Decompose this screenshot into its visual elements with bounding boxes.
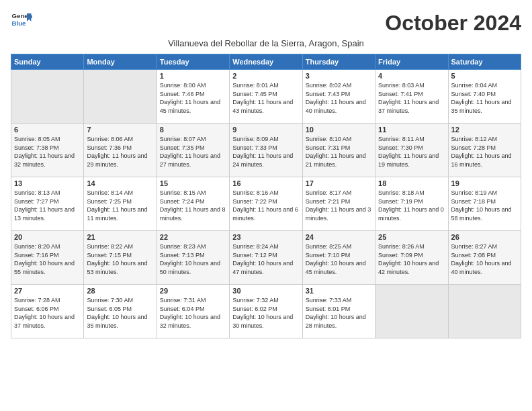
day-number: 28 [87,287,153,295]
day-info: Sunrise: 8:15 AMSunset: 7:24 PMDaylight:… [160,189,226,222]
day-number: 31 [306,287,372,295]
day-header-saturday: Saturday [448,54,521,70]
day-info: Sunrise: 8:01 AMSunset: 7:45 PMDaylight:… [232,81,299,115]
calendar-cell: 7Sunrise: 8:06 AMSunset: 7:36 PMDaylight… [84,124,157,177]
calendar-cell: 23Sunrise: 8:24 AMSunset: 7:12 PMDayligh… [230,231,302,285]
calendar-cell: 27Sunrise: 7:28 AMSunset: 6:06 PMDayligh… [11,285,84,338]
calendar-cell: 10Sunrise: 8:10 AMSunset: 7:31 PMDayligh… [302,124,375,177]
day-number: 16 [232,179,299,187]
calendar-cell: 4Sunrise: 8:03 AMSunset: 7:41 PMDaylight… [375,70,448,124]
day-info: Sunrise: 8:19 AMSunset: 7:18 PMDaylight:… [451,189,518,222]
day-info: Sunrise: 8:18 AMSunset: 7:19 PMDaylight:… [378,189,445,222]
day-number: 10 [306,126,372,134]
calendar-cell: 11Sunrise: 8:11 AMSunset: 7:30 PMDayligh… [375,124,448,177]
day-number: 1 [160,72,226,80]
day-info: Sunrise: 8:07 AMSunset: 7:35 PMDaylight:… [160,135,226,169]
calendar-cell: 6Sunrise: 8:05 AMSunset: 7:38 PMDaylight… [11,124,84,177]
day-info: Sunrise: 8:11 AMSunset: 7:30 PMDaylight:… [378,135,445,169]
day-info: Sunrise: 7:30 AMSunset: 6:05 PMDaylight:… [87,296,153,330]
day-info: Sunrise: 8:06 AMSunset: 7:36 PMDaylight:… [87,135,153,169]
calendar-cell: 28Sunrise: 7:30 AMSunset: 6:05 PMDayligh… [84,285,157,338]
day-info: Sunrise: 7:32 AMSunset: 6:02 PMDaylight:… [232,296,299,330]
calendar-cell: 24Sunrise: 8:25 AMSunset: 7:10 PMDayligh… [302,231,375,285]
day-info: Sunrise: 7:28 AMSunset: 6:06 PMDaylight:… [14,296,81,330]
subtitle: Villanueva del Rebollar de la Sierra, Ar… [11,38,521,48]
svg-marker-2 [27,13,31,21]
calendar-cell [375,285,448,338]
day-number: 30 [232,287,299,295]
calendar-cell: 25Sunrise: 8:26 AMSunset: 7:09 PMDayligh… [375,231,448,285]
day-header-friday: Friday [375,54,448,70]
calendar-cell: 26Sunrise: 8:27 AMSunset: 7:08 PMDayligh… [448,231,521,285]
day-info: Sunrise: 8:24 AMSunset: 7:12 PMDaylight:… [232,242,299,276]
day-info: Sunrise: 8:20 AMSunset: 7:16 PMDaylight:… [14,242,81,276]
day-info: Sunrise: 8:02 AMSunset: 7:43 PMDaylight:… [306,81,372,115]
day-number: 17 [306,179,372,187]
day-number: 21 [87,233,153,241]
calendar-cell: 21Sunrise: 8:22 AMSunset: 7:15 PMDayligh… [84,231,157,285]
day-info: Sunrise: 8:13 AMSunset: 7:27 PMDaylight:… [14,189,81,222]
day-info: Sunrise: 8:00 AMSunset: 7:46 PMDaylight:… [160,81,226,115]
day-info: Sunrise: 8:25 AMSunset: 7:10 PMDaylight:… [306,242,372,276]
calendar-cell: 17Sunrise: 8:17 AMSunset: 7:21 PMDayligh… [302,177,375,231]
logo: General Blue [11,11,32,30]
day-info: Sunrise: 8:22 AMSunset: 7:15 PMDaylight:… [87,242,153,276]
day-number: 4 [378,72,445,80]
day-number: 2 [232,72,299,80]
calendar-cell: 12Sunrise: 8:12 AMSunset: 7:28 PMDayligh… [448,124,521,177]
month-title: October 2024 [385,11,521,36]
calendar-cell: 3Sunrise: 8:02 AMSunset: 7:43 PMDaylight… [302,70,375,124]
calendar-cell: 18Sunrise: 8:18 AMSunset: 7:19 PMDayligh… [375,177,448,231]
day-header-thursday: Thursday [302,54,375,70]
day-number: 18 [378,179,445,187]
day-number: 11 [378,126,445,134]
day-number: 20 [14,233,81,241]
calendar-cell: 9Sunrise: 8:09 AMSunset: 7:33 PMDaylight… [230,124,302,177]
calendar-cell: 19Sunrise: 8:19 AMSunset: 7:18 PMDayligh… [448,177,521,231]
day-info: Sunrise: 8:17 AMSunset: 7:21 PMDaylight:… [306,189,372,222]
day-number: 13 [14,179,81,187]
day-header-monday: Monday [84,54,157,70]
day-number: 24 [306,233,372,241]
day-info: Sunrise: 8:26 AMSunset: 7:09 PMDaylight:… [378,242,445,276]
day-number: 22 [160,233,226,241]
day-number: 12 [451,126,518,134]
day-number: 25 [378,233,445,241]
day-number: 19 [451,179,518,187]
day-number: 9 [232,126,299,134]
calendar-cell: 22Sunrise: 8:23 AMSunset: 7:13 PMDayligh… [157,231,229,285]
day-info: Sunrise: 8:16 AMSunset: 7:22 PMDaylight:… [232,189,299,222]
day-number: 3 [306,72,372,80]
calendar-cell: 5Sunrise: 8:04 AMSunset: 7:40 PMDaylight… [448,70,521,124]
calendar-cell: 15Sunrise: 8:15 AMSunset: 7:24 PMDayligh… [157,177,229,231]
calendar-cell: 13Sunrise: 8:13 AMSunset: 7:27 PMDayligh… [11,177,84,231]
calendar-cell: 31Sunrise: 7:33 AMSunset: 6:01 PMDayligh… [302,285,375,338]
day-info: Sunrise: 8:27 AMSunset: 7:08 PMDaylight:… [451,242,518,276]
logo-icon: General Blue [11,11,32,30]
calendar-cell: 20Sunrise: 8:20 AMSunset: 7:16 PMDayligh… [11,231,84,285]
calendar-cell: 8Sunrise: 8:07 AMSunset: 7:35 PMDaylight… [157,124,229,177]
day-info: Sunrise: 8:10 AMSunset: 7:31 PMDaylight:… [306,135,372,169]
calendar-cell: 30Sunrise: 7:32 AMSunset: 6:02 PMDayligh… [230,285,302,338]
calendar-cell: 1Sunrise: 8:00 AMSunset: 7:46 PMDaylight… [157,70,229,124]
calendar-cell: 29Sunrise: 7:31 AMSunset: 6:04 PMDayligh… [157,285,229,338]
day-info: Sunrise: 8:09 AMSunset: 7:33 PMDaylight:… [232,135,299,169]
day-header-sunday: Sunday [11,54,84,70]
calendar-cell: 16Sunrise: 8:16 AMSunset: 7:22 PMDayligh… [230,177,302,231]
day-info: Sunrise: 8:05 AMSunset: 7:38 PMDaylight:… [14,135,81,169]
day-number: 23 [232,233,299,241]
day-number: 7 [87,126,153,134]
day-info: Sunrise: 8:14 AMSunset: 7:25 PMDaylight:… [87,189,153,222]
day-info: Sunrise: 8:12 AMSunset: 7:28 PMDaylight:… [451,135,518,169]
day-header-tuesday: Tuesday [157,54,229,70]
day-number: 29 [160,287,226,295]
day-info: Sunrise: 8:04 AMSunset: 7:40 PMDaylight:… [451,81,518,115]
day-number: 26 [451,233,518,241]
calendar-cell [84,70,157,124]
day-number: 8 [160,126,226,134]
svg-text:Blue: Blue [12,19,26,27]
calendar-table: SundayMondayTuesdayWednesdayThursdayFrid… [11,54,521,338]
day-number: 14 [87,179,153,187]
day-number: 5 [451,72,518,80]
day-info: Sunrise: 7:33 AMSunset: 6:01 PMDaylight:… [306,296,372,330]
